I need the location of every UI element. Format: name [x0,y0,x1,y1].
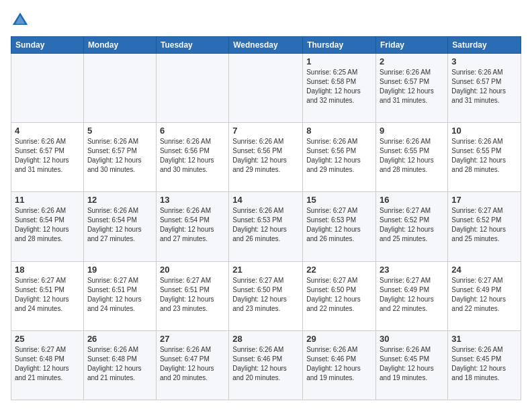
day-info: Sunrise: 6:27 AM Sunset: 6:50 PM Dayligh… [232,276,299,314]
calendar-cell: 31Sunrise: 6:26 AM Sunset: 6:45 PM Dayli… [448,330,521,400]
calendar-cell [11,54,84,123]
day-header-saturday: Saturday [448,37,521,54]
calendar-week-row: 4Sunrise: 6:26 AM Sunset: 6:57 PM Daylig… [11,123,521,192]
day-number: 26 [87,334,152,344]
calendar-table: SundayMondayTuesdayWednesdayThursdayFrid… [11,36,521,400]
calendar-cell [229,54,303,123]
calendar-cell: 23Sunrise: 6:27 AM Sunset: 6:49 PM Dayli… [376,261,448,330]
day-number: 2 [380,56,444,66]
day-number: 18 [15,265,80,275]
day-number: 17 [451,195,517,205]
day-info: Sunrise: 6:27 AM Sunset: 6:52 PM Dayligh… [380,206,444,244]
day-number: 13 [160,195,225,205]
day-info: Sunrise: 6:26 AM Sunset: 6:55 PM Dayligh… [451,137,517,175]
calendar-cell: 11Sunrise: 6:26 AM Sunset: 6:54 PM Dayli… [11,192,84,261]
day-number: 14 [232,195,299,205]
day-number: 25 [15,334,80,344]
calendar-cell: 6Sunrise: 6:26 AM Sunset: 6:56 PM Daylig… [156,123,228,192]
day-number: 11 [15,195,80,205]
day-info: Sunrise: 6:26 AM Sunset: 6:45 PM Dayligh… [380,345,444,383]
calendar-cell: 20Sunrise: 6:27 AM Sunset: 6:51 PM Dayli… [156,261,228,330]
calendar-cell: 12Sunrise: 6:26 AM Sunset: 6:54 PM Dayli… [83,192,156,261]
day-number: 19 [87,265,152,275]
day-info: Sunrise: 6:26 AM Sunset: 6:48 PM Dayligh… [87,345,152,383]
day-number: 16 [380,195,444,205]
calendar-cell: 27Sunrise: 6:26 AM Sunset: 6:47 PM Dayli… [156,330,228,400]
day-info: Sunrise: 6:26 AM Sunset: 6:53 PM Dayligh… [232,206,299,244]
day-number: 31 [451,334,517,344]
calendar-week-row: 25Sunrise: 6:27 AM Sunset: 6:48 PM Dayli… [11,330,521,400]
day-number: 7 [232,126,299,136]
day-header-friday: Friday [376,37,448,54]
day-info: Sunrise: 6:26 AM Sunset: 6:56 PM Dayligh… [232,137,299,175]
day-number: 22 [306,265,372,275]
day-info: Sunrise: 6:26 AM Sunset: 6:56 PM Dayligh… [160,137,225,175]
page: SundayMondayTuesdayWednesdayThursdayFrid… [0,0,532,411]
header [11,11,521,30]
day-info: Sunrise: 6:26 AM Sunset: 6:57 PM Dayligh… [87,137,152,175]
day-info: Sunrise: 6:26 AM Sunset: 6:54 PM Dayligh… [87,206,152,244]
calendar-cell: 3Sunrise: 6:26 AM Sunset: 6:57 PM Daylig… [448,54,521,123]
calendar-cell [83,54,156,123]
day-info: Sunrise: 6:26 AM Sunset: 6:54 PM Dayligh… [15,206,80,244]
calendar-cell: 28Sunrise: 6:26 AM Sunset: 6:46 PM Dayli… [229,330,303,400]
calendar-week-row: 11Sunrise: 6:26 AM Sunset: 6:54 PM Dayli… [11,192,521,261]
day-header-wednesday: Wednesday [229,37,303,54]
calendar-cell: 16Sunrise: 6:27 AM Sunset: 6:52 PM Dayli… [376,192,448,261]
day-number: 6 [160,126,225,136]
day-info: Sunrise: 6:26 AM Sunset: 6:54 PM Dayligh… [160,206,225,244]
logo [11,11,32,30]
calendar-cell: 21Sunrise: 6:27 AM Sunset: 6:50 PM Dayli… [229,261,303,330]
calendar-cell: 18Sunrise: 6:27 AM Sunset: 6:51 PM Dayli… [11,261,84,330]
day-info: Sunrise: 6:26 AM Sunset: 6:57 PM Dayligh… [451,68,517,105]
calendar-cell: 29Sunrise: 6:26 AM Sunset: 6:46 PM Dayli… [303,330,376,400]
calendar-cell: 8Sunrise: 6:26 AM Sunset: 6:56 PM Daylig… [303,123,376,192]
day-info: Sunrise: 6:26 AM Sunset: 6:55 PM Dayligh… [380,137,444,175]
day-number: 8 [306,126,372,136]
calendar-cell: 7Sunrise: 6:26 AM Sunset: 6:56 PM Daylig… [229,123,303,192]
day-info: Sunrise: 6:27 AM Sunset: 6:51 PM Dayligh… [160,276,225,314]
day-info: Sunrise: 6:26 AM Sunset: 6:45 PM Dayligh… [451,345,517,383]
day-number: 1 [306,56,372,66]
calendar-cell: 30Sunrise: 6:26 AM Sunset: 6:45 PM Dayli… [376,330,448,400]
calendar-cell: 14Sunrise: 6:26 AM Sunset: 6:53 PM Dayli… [229,192,303,261]
logo-icon [11,11,30,30]
day-info: Sunrise: 6:27 AM Sunset: 6:48 PM Dayligh… [15,345,80,383]
day-info: Sunrise: 6:27 AM Sunset: 6:51 PM Dayligh… [15,276,80,314]
day-number: 5 [87,126,152,136]
day-info: Sunrise: 6:25 AM Sunset: 6:58 PM Dayligh… [306,68,372,105]
calendar-cell: 17Sunrise: 6:27 AM Sunset: 6:52 PM Dayli… [448,192,521,261]
day-number: 20 [160,265,225,275]
day-number: 3 [451,56,517,66]
calendar-cell: 2Sunrise: 6:26 AM Sunset: 6:57 PM Daylig… [376,54,448,123]
calendar-cell: 22Sunrise: 6:27 AM Sunset: 6:50 PM Dayli… [303,261,376,330]
day-info: Sunrise: 6:26 AM Sunset: 6:46 PM Dayligh… [232,345,299,383]
calendar-cell: 26Sunrise: 6:26 AM Sunset: 6:48 PM Dayli… [83,330,156,400]
day-info: Sunrise: 6:27 AM Sunset: 6:53 PM Dayligh… [306,206,372,244]
day-number: 24 [451,265,517,275]
day-info: Sunrise: 6:26 AM Sunset: 6:56 PM Dayligh… [306,137,372,175]
day-header-thursday: Thursday [303,37,376,54]
day-number: 9 [380,126,444,136]
calendar-week-row: 18Sunrise: 6:27 AM Sunset: 6:51 PM Dayli… [11,261,521,330]
calendar-cell: 15Sunrise: 6:27 AM Sunset: 6:53 PM Dayli… [303,192,376,261]
day-number: 28 [232,334,299,344]
day-number: 4 [15,126,80,136]
day-info: Sunrise: 6:26 AM Sunset: 6:57 PM Dayligh… [15,137,80,175]
day-info: Sunrise: 6:27 AM Sunset: 6:49 PM Dayligh… [380,276,444,314]
day-header-tuesday: Tuesday [156,37,228,54]
calendar-cell: 1Sunrise: 6:25 AM Sunset: 6:58 PM Daylig… [303,54,376,123]
calendar-cell: 5Sunrise: 6:26 AM Sunset: 6:57 PM Daylig… [83,123,156,192]
day-header-monday: Monday [83,37,156,54]
day-number: 21 [232,265,299,275]
day-info: Sunrise: 6:27 AM Sunset: 6:52 PM Dayligh… [451,206,517,244]
day-number: 27 [160,334,225,344]
day-info: Sunrise: 6:26 AM Sunset: 6:47 PM Dayligh… [160,345,225,383]
day-number: 23 [380,265,444,275]
calendar-cell [156,54,228,123]
day-info: Sunrise: 6:27 AM Sunset: 6:50 PM Dayligh… [306,276,372,314]
calendar-cell: 4Sunrise: 6:26 AM Sunset: 6:57 PM Daylig… [11,123,84,192]
calendar-cell: 9Sunrise: 6:26 AM Sunset: 6:55 PM Daylig… [376,123,448,192]
calendar-cell: 19Sunrise: 6:27 AM Sunset: 6:51 PM Dayli… [83,261,156,330]
day-info: Sunrise: 6:26 AM Sunset: 6:57 PM Dayligh… [380,68,444,105]
